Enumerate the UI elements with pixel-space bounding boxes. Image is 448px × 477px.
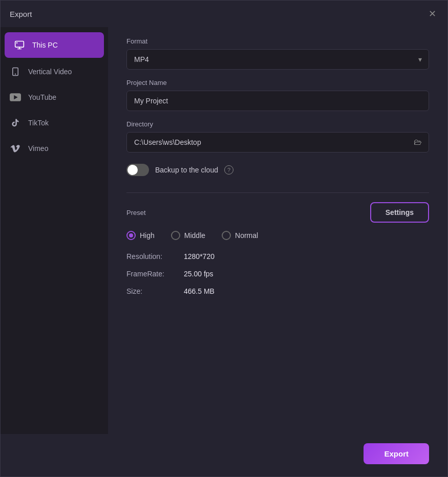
close-button[interactable]: ✕ [426, 8, 438, 20]
framerate-value: 25.00 fps [184, 270, 214, 278]
directory-label: Directory [126, 120, 429, 128]
backup-label: Backup to the cloud [155, 166, 218, 174]
export-button[interactable]: Export [364, 443, 429, 464]
backup-row: Backup to the cloud ? [126, 164, 429, 176]
project-name-label: Project Name [126, 79, 429, 86]
radio-middle-indicator [171, 231, 180, 240]
size-value: 466.5 MB [184, 287, 215, 295]
sidebar-item-youtube[interactable]: YouTube [1, 84, 108, 110]
backup-toggle[interactable] [126, 164, 149, 176]
tiktok-icon [10, 117, 21, 128]
content-area: Format MP4 MOV AVI ▾ Project Name Direct… [108, 27, 447, 434]
radio-normal-indicator [222, 231, 231, 240]
phone-icon [10, 66, 21, 77]
size-row: Size: 466.5 MB [126, 287, 429, 295]
sidebar-item-label-vertical-video: Vertical Video [28, 68, 72, 76]
format-select-wrapper: MP4 MOV AVI ▾ [126, 49, 429, 70]
framerate-row: FrameRate: 25.00 fps [126, 270, 429, 278]
preset-high-label: High [140, 231, 155, 240]
monitor-icon [14, 39, 25, 51]
preset-label: Preset [126, 209, 146, 216]
settings-button[interactable]: Settings [370, 202, 429, 223]
sidebar: This PC Vertical Video [1, 27, 108, 434]
sidebar-item-tiktok[interactable]: TikTok [1, 110, 108, 136]
preset-normal[interactable]: Normal [222, 231, 258, 240]
window-title: Export [10, 10, 32, 18]
format-label: Format [126, 37, 429, 45]
preset-middle-label: Middle [184, 231, 205, 240]
sidebar-item-label-this-pc: This PC [32, 41, 58, 49]
toggle-knob [127, 165, 138, 175]
preset-high[interactable]: High [126, 231, 155, 240]
resolution-value: 1280*720 [184, 252, 215, 261]
svg-point-3 [16, 42, 18, 44]
preset-row: Preset Settings [126, 202, 429, 223]
sidebar-item-vertical-video[interactable]: Vertical Video [1, 59, 108, 84]
footer: Export [1, 434, 447, 476]
section-divider [126, 192, 429, 193]
preset-middle[interactable]: Middle [171, 231, 205, 240]
sidebar-item-this-pc[interactable]: This PC [5, 32, 104, 58]
resolution-row: Resolution: 1280*720 [126, 252, 429, 261]
help-icon[interactable]: ? [224, 165, 233, 175]
main-layout: This PC Vertical Video [1, 27, 447, 434]
sidebar-item-label-youtube: YouTube [28, 93, 56, 101]
radio-high-indicator [126, 231, 136, 240]
directory-input[interactable] [126, 132, 429, 153]
svg-rect-0 [15, 41, 24, 48]
export-window: Export ✕ This PC [0, 0, 448, 477]
sidebar-item-label-tiktok: TikTok [28, 119, 49, 127]
resolution-key: Resolution: [126, 252, 178, 261]
framerate-key: FrameRate: [126, 270, 178, 278]
youtube-icon [10, 92, 21, 103]
format-select[interactable]: MP4 MOV AVI [126, 49, 429, 70]
project-name-input[interactable] [126, 91, 429, 111]
vimeo-icon [10, 143, 21, 154]
folder-icon[interactable]: 🗁 [414, 138, 422, 147]
title-bar: Export ✕ [1, 1, 447, 27]
sidebar-item-vimeo[interactable]: Vimeo [1, 136, 108, 161]
preset-normal-label: Normal [235, 231, 258, 240]
preset-radio-group: High Middle Normal [126, 231, 429, 240]
size-key: Size: [126, 287, 178, 295]
sidebar-item-label-vimeo: Vimeo [28, 144, 48, 153]
directory-wrapper: 🗁 [126, 132, 429, 153]
